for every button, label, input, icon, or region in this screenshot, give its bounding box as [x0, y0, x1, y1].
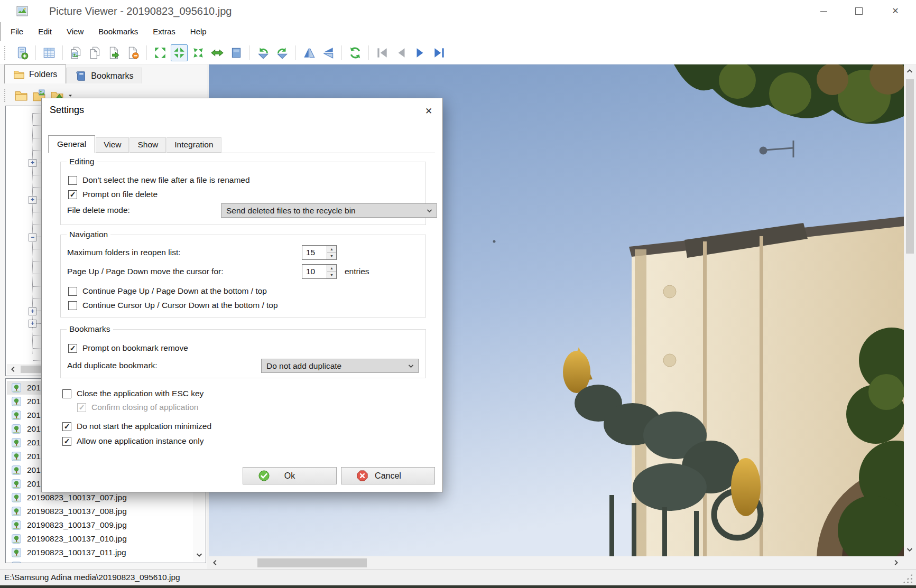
- prompt-on-delete-checkbox[interactable]: Prompt on file delete: [68, 190, 158, 199]
- thumbnail-view-icon[interactable]: [41, 44, 58, 61]
- spinner-up-button[interactable]: ▲: [327, 246, 336, 253]
- dialog-tab-integration[interactable]: Integration: [166, 137, 221, 153]
- chevron-down-icon[interactable]: [403, 362, 418, 369]
- checkbox[interactable]: [62, 437, 71, 446]
- checkbox-label: Continue Page Up / Page Down at the bott…: [82, 286, 267, 296]
- ok-button[interactable]: Ok: [243, 467, 337, 484]
- checkbox[interactable]: [62, 422, 71, 431]
- max-folders-spinner[interactable]: 15▲▼: [302, 245, 337, 260]
- add-duplicate-select[interactable]: Do not add duplicate: [261, 359, 419, 373]
- file-name: 20190823_100137_009.jpg: [27, 518, 127, 532]
- file-list-item[interactable]: 20190823_100137_010.jpg: [7, 532, 192, 546]
- title-bar[interactable]: Picture Viewer - 20190823_095610.jpg ✕: [0, 0, 916, 22]
- checkbox[interactable]: [62, 389, 71, 398]
- bookmarks-group-label: Bookmarks: [67, 324, 113, 334]
- file-list-item[interactable]: 20190823_100137_009.jpg: [7, 518, 192, 532]
- fit-window-icon[interactable]: [171, 44, 188, 61]
- menu-item-help[interactable]: Help: [183, 22, 214, 41]
- fit-image-icon[interactable]: [152, 44, 169, 61]
- resize-grip[interactable]: [902, 573, 913, 584]
- scroll-up-icon[interactable]: [906, 68, 913, 75]
- original-size-icon[interactable]: [228, 44, 245, 61]
- menu-item-view[interactable]: View: [59, 22, 91, 41]
- file-list-item[interactable]: 20190823_100137_011.jpg: [7, 546, 192, 559]
- rotate-right-icon[interactable]: [274, 44, 291, 61]
- checkbox-label: Confirm closing of application: [91, 403, 198, 412]
- scroll-down-icon[interactable]: [906, 546, 913, 553]
- checkbox-label: Do not start the applcation minimized: [77, 422, 211, 431]
- continue-cursor-checkbox[interactable]: Continue Cursor Up / Cursor Down at the …: [68, 301, 278, 310]
- chevron-down-icon[interactable]: [422, 207, 437, 214]
- menu-item-extras[interactable]: Extras: [145, 22, 183, 41]
- menu-item-bookmarks[interactable]: Bookmarks: [91, 22, 145, 41]
- spinner-value[interactable]: 15: [302, 246, 327, 259]
- dont-select-renamed-checkbox[interactable]: Don't select the new file after a file i…: [68, 175, 250, 185]
- file-list-item[interactable]: 20190823_100137_008.jpg: [7, 505, 192, 518]
- dialog-close-button[interactable]: ✕: [421, 104, 436, 118]
- single-instance-checkbox[interactable]: Allow one application instance only: [62, 436, 203, 446]
- checkbox[interactable]: [68, 344, 77, 353]
- vertical-scrollbar[interactable]: [904, 64, 916, 556]
- file-name: 201: [27, 463, 41, 477]
- flip-vertical-icon[interactable]: [320, 44, 337, 61]
- menu-item-edit[interactable]: Edit: [31, 22, 59, 41]
- scroll-down-icon[interactable]: [196, 551, 203, 558]
- move-file-icon[interactable]: [106, 44, 123, 61]
- checkbox[interactable]: [68, 190, 77, 199]
- tree-expand-icon[interactable]: +: [29, 159, 36, 167]
- file-delete-mode-select[interactable]: Send deleted files to the recycle bin: [221, 203, 437, 218]
- copy-image-icon[interactable]: [68, 44, 85, 61]
- tree-expand-icon[interactable]: +: [29, 307, 36, 315]
- refresh-icon[interactable]: [347, 44, 364, 61]
- stretch-horizontal-icon[interactable]: [209, 44, 226, 61]
- next-image-icon[interactable]: [412, 44, 429, 61]
- spinner-value[interactable]: 10: [302, 265, 327, 278]
- cancel-button-label: Cancel: [375, 471, 401, 481]
- dialog-tab-view[interactable]: View: [96, 137, 129, 153]
- prompt-bookmark-remove-checkbox[interactable]: Prompt on bookmark remove: [68, 343, 188, 353]
- fit-original-icon[interactable]: [190, 44, 207, 61]
- checkbox[interactable]: [68, 301, 77, 310]
- continue-pageup-checkbox[interactable]: Continue Page Up / Page Down at the bott…: [68, 286, 267, 296]
- file-list-item[interactable]: 20190823_100137_012.jpg: [7, 559, 192, 563]
- spinner-down-button[interactable]: ▼: [327, 272, 336, 279]
- spinner-up-button[interactable]: ▲: [327, 265, 336, 272]
- new-folder-icon[interactable]: [13, 88, 29, 104]
- scrollbar-thumb[interactable]: [257, 558, 367, 567]
- tab-folders[interactable]: Folders: [4, 64, 66, 83]
- tree-collapse-icon[interactable]: −: [29, 234, 36, 241]
- scroll-left-icon[interactable]: [9, 366, 17, 373]
- close-icon: ✕: [892, 7, 899, 15]
- maximize-button[interactable]: [847, 0, 871, 22]
- add-drive-icon[interactable]: [14, 44, 31, 61]
- tree-expand-icon[interactable]: +: [29, 196, 36, 204]
- close-button[interactable]: ✕: [883, 0, 908, 22]
- scroll-right-icon[interactable]: [892, 559, 900, 566]
- delete-file-icon[interactable]: [125, 44, 142, 61]
- spinner-down-button[interactable]: ▼: [327, 253, 336, 260]
- horizontal-scrollbar[interactable]: [207, 556, 904, 570]
- prev-image-icon[interactable]: [393, 44, 410, 61]
- last-image-icon[interactable]: [431, 44, 448, 61]
- page-move-spinner[interactable]: 10▲▼: [302, 264, 337, 279]
- tree-expand-icon[interactable]: +: [29, 320, 36, 328]
- minimize-button[interactable]: [811, 0, 836, 22]
- no-start-minimized-checkbox[interactable]: Do not start the applcation minimized: [62, 422, 211, 431]
- file-list-item[interactable]: 20190823_100137_007.jpg: [7, 491, 192, 505]
- cancel-button[interactable]: Cancel: [341, 467, 435, 484]
- copy-file-icon[interactable]: [87, 44, 104, 61]
- dialog-tab-show[interactable]: Show: [129, 137, 166, 153]
- menu-item-file[interactable]: File: [3, 22, 31, 41]
- file-name: 201: [27, 477, 41, 491]
- close-with-esc-checkbox[interactable]: Close the application with ESC key: [62, 389, 203, 398]
- rotate-left-icon[interactable]: [255, 44, 272, 61]
- tab-bookmarks[interactable]: Bookmarks: [66, 68, 142, 83]
- scroll-left-icon[interactable]: [211, 559, 219, 566]
- flip-horizontal-icon[interactable]: [301, 44, 318, 61]
- navigation-group: Navigation Maximum folders in reopen lis…: [60, 235, 426, 318]
- scrollbar-thumb[interactable]: [906, 79, 914, 254]
- checkbox[interactable]: [68, 287, 77, 296]
- checkbox[interactable]: [68, 176, 77, 185]
- dialog-tab-general[interactable]: General: [48, 135, 95, 153]
- first-image-icon[interactable]: [374, 44, 391, 61]
